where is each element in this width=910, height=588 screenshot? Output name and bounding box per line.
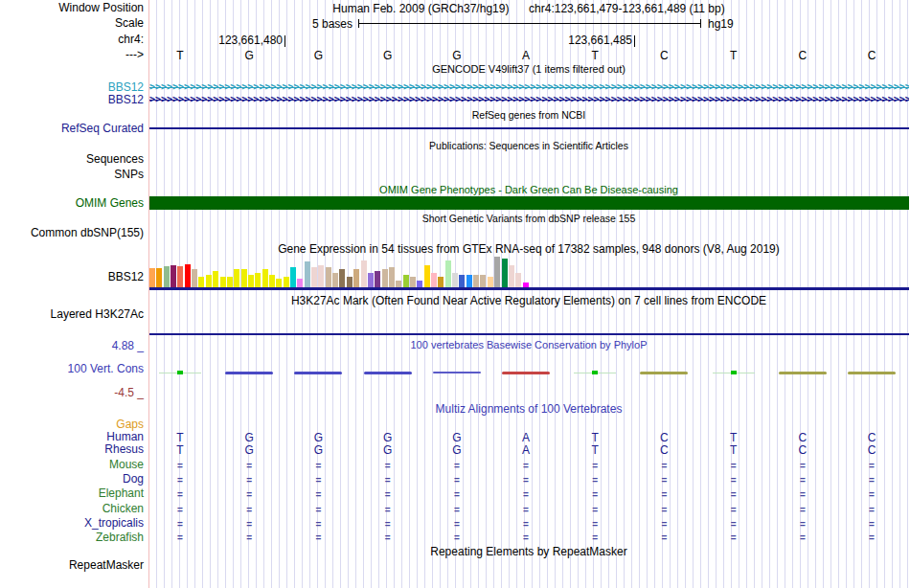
phylop-mark-olive[interactable] — [779, 372, 827, 374]
gtex-expression-bar[interactable] — [234, 269, 239, 287]
phylop-mark-positive[interactable] — [731, 371, 737, 374]
multiz-alignment-cell: = — [774, 475, 831, 486]
track-label-sequences[interactable]: Sequences — [0, 153, 144, 166]
multiz-alignment-cell: = — [151, 505, 209, 515]
phylop-mark-positive[interactable] — [592, 371, 598, 374]
gtex-expression-bar[interactable] — [438, 277, 444, 287]
gtex-expression-bar[interactable] — [276, 279, 282, 287]
gtex-expression-bar[interactable] — [290, 267, 296, 287]
multiz-species-label-zebrafish[interactable]: Zebrafish — [0, 531, 144, 544]
phylop-mark-blue[interactable] — [225, 372, 273, 374]
gtex-expression-bar[interactable] — [494, 257, 500, 287]
gtex-expression-bar[interactable] — [206, 275, 212, 287]
gtex-expression-bar[interactable] — [171, 265, 176, 287]
gtex-expression-bar[interactable] — [509, 265, 514, 287]
gtex-expression-bar[interactable] — [185, 264, 191, 287]
gtex-expression-bar[interactable] — [192, 269, 197, 287]
gtex-expression-bar[interactable] — [396, 281, 401, 287]
multiz-alignment-cell: = — [635, 461, 693, 471]
gtex-expression-bar[interactable] — [452, 273, 458, 287]
phylop-mark-olive[interactable] — [848, 372, 896, 374]
gtex-expression-bar[interactable] — [375, 271, 380, 287]
gencode-transcript-arrows[interactable]: >>>>>>>>>>>>>>>>>>>>>>>>>>>>>>>>>>>>>>>>… — [149, 81, 909, 93]
gtex-expression-bar[interactable] — [305, 261, 310, 287]
phylop-mark-blue_thin[interactable] — [433, 372, 481, 373]
track-label-common-dbsnp[interactable]: Common dbSNP(155) — [0, 227, 144, 239]
h3k27ac-baseline[interactable] — [149, 333, 909, 335]
gtex-expression-bar[interactable] — [269, 275, 275, 287]
omim-gene-bar[interactable] — [149, 196, 909, 210]
gtex-expression-bar[interactable] — [480, 275, 486, 287]
gtex-expression-bar[interactable] — [339, 269, 345, 287]
gtex-expression-bar[interactable] — [424, 265, 430, 287]
multiz-alignment-cell: T — [151, 431, 209, 444]
track-label-gencode-bbs12[interactable]: BBS12 — [0, 94, 144, 106]
gtex-baseline[interactable] — [149, 287, 909, 290]
multiz-alignment-cell: = — [428, 532, 486, 543]
multiz-alignment-cell: = — [635, 519, 693, 530]
gtex-expression-bar[interactable] — [241, 269, 247, 287]
multiz-species-label-x_tropicalis[interactable]: X_tropicalis — [0, 517, 144, 530]
gtex-expression-bar[interactable] — [318, 265, 324, 287]
gtex-expression-bar[interactable] — [368, 273, 374, 287]
track-label-gtex-bbs12[interactable]: BBS12 — [0, 271, 144, 283]
phylop-mark-blue[interactable] — [364, 372, 412, 374]
gtex-expression-bar[interactable] — [311, 267, 317, 287]
gtex-expression-bar[interactable] — [156, 268, 162, 287]
gtex-expression-bar[interactable] — [410, 277, 416, 287]
phylop-mark-positive[interactable] — [177, 371, 183, 374]
multiz-species-label-chicken[interactable]: Chicken — [0, 503, 144, 515]
gtex-expression-bar[interactable] — [220, 277, 226, 287]
gtex-expression-bar[interactable] — [466, 275, 472, 287]
track-label-refseq-curated[interactable]: RefSeq Curated — [0, 123, 144, 135]
multiz-alignment-cell: = — [843, 519, 900, 530]
multiz-species-label-dog[interactable]: Dog — [0, 473, 144, 486]
multiz-alignment-cell: G — [289, 431, 347, 444]
track-label-snps[interactable]: SNPs — [0, 169, 144, 181]
gtex-expression-bar[interactable] — [403, 275, 409, 287]
phylop-mark-red[interactable] — [502, 372, 550, 374]
gtex-expression-bar[interactable] — [213, 271, 218, 287]
gtex-expression-bar[interactable] — [149, 268, 155, 287]
gtex-expression-bar[interactable] — [417, 281, 422, 287]
gtex-expression-bar[interactable] — [255, 273, 261, 287]
multiz-species-label-mouse[interactable]: Mouse — [0, 459, 144, 471]
multiz-alignment-cell: = — [705, 519, 762, 530]
track-label-repeatmasker[interactable]: RepeatMasker — [0, 559, 144, 572]
gtex-expression-bar[interactable] — [326, 267, 331, 287]
gtex-expression-bar[interactable] — [459, 275, 465, 287]
gtex-expression-bar[interactable] — [473, 275, 479, 287]
track-label-omim-genes[interactable]: OMIM Genes — [0, 197, 144, 210]
gtex-expression-bar[interactable] — [382, 269, 388, 287]
gtex-expression-bar[interactable] — [502, 259, 508, 287]
phylop-mark-olive[interactable] — [640, 372, 688, 374]
track-label-100-vert-cons[interactable]: 100 Vert. Cons — [0, 363, 144, 375]
gtex-expression-bar[interactable] — [248, 275, 254, 287]
gtex-expression-bar[interactable] — [431, 273, 437, 287]
phylop-mark-blue[interactable] — [294, 372, 342, 374]
gtex-expression-bar[interactable] — [297, 279, 303, 287]
multiz-species-label-rhesus[interactable]: Rhesus — [0, 443, 144, 456]
gtex-expression-bar[interactable] — [227, 277, 233, 287]
gtex-expression-bar[interactable] — [262, 269, 268, 287]
gtex-expression-bar[interactable] — [332, 273, 338, 287]
gtex-expression-bar[interactable] — [515, 273, 521, 287]
gtex-expression-bar[interactable] — [488, 277, 493, 287]
multiz-species-label-elephant[interactable]: Elephant — [0, 487, 144, 500]
gtex-expression-bar[interactable] — [353, 269, 359, 287]
multiz-alignment-cell: = — [220, 489, 278, 500]
gtex-expression-bar[interactable] — [198, 277, 204, 287]
gtex-expression-bar[interactable] — [177, 266, 183, 287]
gtex-expression-bar[interactable] — [523, 283, 529, 287]
gtex-expression-bar[interactable] — [361, 260, 367, 287]
multiz-alignment-cell: = — [151, 489, 209, 500]
gtex-expression-bar[interactable] — [164, 266, 170, 287]
refseq-curated-line[interactable] — [149, 127, 909, 129]
track-label-layered-h3k27ac[interactable]: Layered H3K27Ac — [0, 308, 144, 321]
gtex-expression-bar[interactable] — [445, 260, 451, 287]
gtex-expression-bar[interactable] — [389, 267, 395, 287]
gencode-transcript-arrows[interactable]: >>>>>>>>>>>>>>>>>>>>>>>>>>>>>>>>>>>>>>>>… — [149, 94, 909, 105]
gtex-expression-bar[interactable] — [347, 277, 353, 287]
gtex-expression-bar[interactable] — [284, 277, 289, 287]
multiz-alignment-cell: = — [566, 475, 624, 486]
